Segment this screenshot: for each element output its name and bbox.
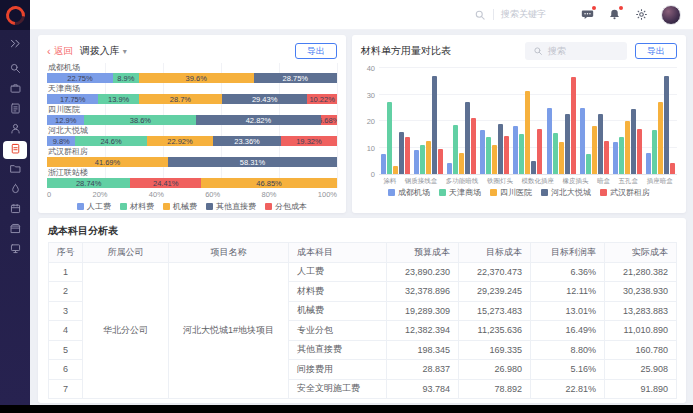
bar-segment[interactable]: 23.36% xyxy=(213,136,281,146)
sidebar-item-file-edit[interactable] xyxy=(3,101,27,119)
bar-segment[interactable]: 38.6% xyxy=(84,115,196,125)
bar[interactable] xyxy=(619,137,624,174)
bar-segment[interactable]: 28.74% xyxy=(47,178,130,188)
bar-segment[interactable]: 24.6% xyxy=(75,136,146,146)
bar[interactable] xyxy=(426,141,431,174)
sidebar-item-calendar[interactable] xyxy=(3,201,27,219)
bar[interactable] xyxy=(459,153,464,174)
bar[interactable] xyxy=(453,125,458,174)
legend-item[interactable]: 四川医院 xyxy=(490,187,532,198)
message-icon[interactable] xyxy=(580,8,594,22)
bar[interactable] xyxy=(513,126,518,174)
bar[interactable] xyxy=(658,102,663,174)
bar-segment[interactable]: 9.8% xyxy=(47,136,75,146)
bar[interactable] xyxy=(537,129,542,174)
bar[interactable] xyxy=(465,102,470,174)
bar[interactable] xyxy=(646,153,651,174)
legend-item[interactable]: 材料费 xyxy=(120,201,154,212)
bar[interactable] xyxy=(637,129,642,174)
back-button[interactable]: ‹ 返回 xyxy=(47,45,73,58)
sidebar-item-monitor[interactable] xyxy=(3,241,27,259)
legend-item[interactable]: 武汉群租房 xyxy=(600,187,650,198)
bar-segment[interactable]: 28.75% xyxy=(254,73,337,83)
sidebar-item-package[interactable] xyxy=(3,221,27,239)
bar[interactable] xyxy=(625,121,630,174)
bar[interactable] xyxy=(492,145,497,174)
bar[interactable] xyxy=(559,142,564,174)
bar-segment[interactable]: 39.6% xyxy=(139,73,254,83)
bar-segment[interactable]: 22.92% xyxy=(147,136,213,146)
bar-segment[interactable]: 13.9% xyxy=(98,94,138,104)
bar[interactable] xyxy=(447,163,452,174)
bar-segment[interactable]: 29.43% xyxy=(222,94,307,104)
bar[interactable] xyxy=(420,145,425,174)
bar-segment[interactable]: 58.31% xyxy=(168,157,337,167)
sidebar-item-search[interactable] xyxy=(3,61,27,79)
export-button[interactable]: 导出 xyxy=(295,43,337,60)
bar-segment[interactable]: 12.9% xyxy=(47,115,84,125)
bar[interactable] xyxy=(486,137,491,174)
legend-item[interactable]: 其他直接费 xyxy=(206,201,256,212)
bar[interactable] xyxy=(553,133,558,174)
sidebar-item-cost-analysis[interactable] xyxy=(3,141,27,159)
bar[interactable] xyxy=(604,141,609,174)
sidebar-item-folder[interactable] xyxy=(3,161,27,179)
legend-item[interactable]: 分包成本 xyxy=(265,201,307,212)
bar-segment[interactable]: 42.82% xyxy=(196,115,320,125)
bar[interactable] xyxy=(399,132,404,174)
legend-item[interactable]: 机械费 xyxy=(163,201,197,212)
bar-segment[interactable]: 22.75% xyxy=(47,73,113,83)
bar-segment[interactable]: 8.9% xyxy=(113,73,139,83)
bar[interactable] xyxy=(381,154,386,174)
legend-item[interactable]: 成都机场 xyxy=(388,187,430,198)
bar[interactable] xyxy=(592,126,597,174)
bell-icon[interactable] xyxy=(607,8,621,22)
sidebar-item-briefcase[interactable] xyxy=(3,81,27,99)
bar[interactable] xyxy=(670,163,675,174)
bar[interactable] xyxy=(565,114,570,174)
user-avatar[interactable] xyxy=(661,5,681,25)
bar[interactable] xyxy=(613,142,618,174)
chevron-down-icon[interactable]: ▾ xyxy=(123,47,127,56)
bar[interactable] xyxy=(631,109,636,174)
bar-segment[interactable]: 41.69% xyxy=(47,157,168,167)
bar-segment[interactable]: 46.85% xyxy=(201,178,337,188)
export-button[interactable]: 导出 xyxy=(635,43,677,60)
sidebar-item-user[interactable] xyxy=(3,121,27,139)
bar[interactable] xyxy=(586,154,591,174)
panel-search-input[interactable]: 搜索 xyxy=(525,42,627,60)
legend-item[interactable]: 人工费 xyxy=(77,201,111,212)
bar[interactable] xyxy=(414,150,419,174)
bar-segment[interactable]: 19.32% xyxy=(281,136,337,146)
bar[interactable] xyxy=(519,134,524,174)
bar[interactable] xyxy=(531,161,536,174)
bar[interactable] xyxy=(664,76,669,174)
bar[interactable] xyxy=(438,149,443,174)
bar-segment[interactable]: 17.75% xyxy=(47,94,98,104)
bar[interactable] xyxy=(471,118,476,174)
bar[interactable] xyxy=(547,108,552,174)
bar[interactable] xyxy=(504,136,509,174)
bar[interactable] xyxy=(525,91,530,174)
sidebar-item-drop[interactable] xyxy=(3,181,27,199)
bar[interactable] xyxy=(571,77,576,174)
bar[interactable] xyxy=(387,102,392,174)
bar[interactable] xyxy=(393,166,398,174)
bar[interactable] xyxy=(405,137,410,174)
bar[interactable] xyxy=(598,114,603,174)
bar[interactable] xyxy=(652,130,657,174)
bar[interactable] xyxy=(498,124,503,174)
bar[interactable] xyxy=(480,130,485,174)
bar-segment[interactable]: 28.7% xyxy=(139,94,222,104)
app-logo[interactable] xyxy=(0,0,30,30)
gear-icon[interactable] xyxy=(634,8,648,22)
topbar-search-input[interactable]: 搜索关键字 xyxy=(474,8,546,21)
legend-item[interactable]: 天津商场 xyxy=(439,187,481,198)
bar-segment[interactable]: 10.22% xyxy=(307,94,337,104)
bar[interactable] xyxy=(432,76,437,174)
legend-item[interactable]: 河北大悦城 xyxy=(541,187,591,198)
bar[interactable] xyxy=(580,108,585,174)
bar-segment[interactable]: 24.41% xyxy=(130,178,201,188)
bar-segment[interactable]: 5.68% xyxy=(321,115,337,125)
sidebar-item-expand[interactable] xyxy=(3,36,27,54)
